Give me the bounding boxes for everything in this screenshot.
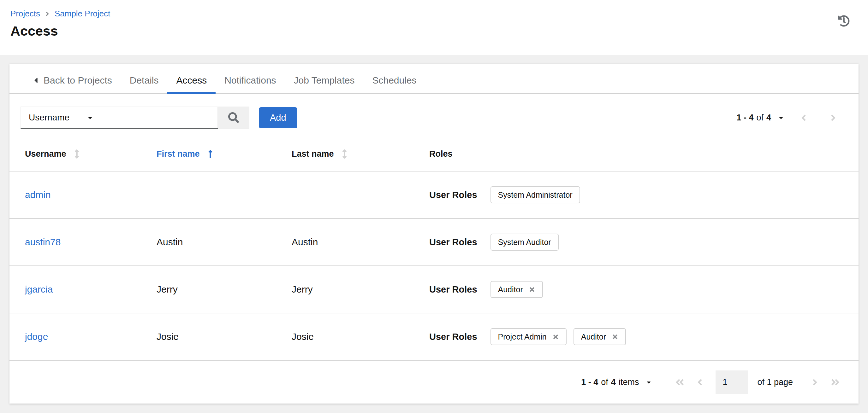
first-name-cell: Josie	[157, 331, 292, 342]
search-input[interactable]	[101, 107, 218, 129]
tab-back-to-projects[interactable]: Back to Projects	[24, 67, 121, 93]
user-roles-label: User Roles	[429, 332, 477, 342]
username-link[interactable]: jgarcia	[25, 284, 53, 295]
role-chip: Project Admin	[491, 328, 566, 345]
first-name-cell: Austin	[157, 237, 292, 247]
roles-cell: User Roles System Auditor	[429, 234, 843, 251]
column-label: First name	[157, 149, 200, 159]
column-label: Last name	[292, 149, 334, 159]
search-group: Username	[21, 107, 249, 129]
page-number-input[interactable]	[716, 371, 748, 394]
first-page-button[interactable]	[671, 374, 688, 390]
role-chip: System Auditor	[491, 234, 559, 251]
history-button[interactable]	[837, 14, 851, 28]
table-row: jdoge Josie Josie User Roles Project Adm…	[9, 313, 859, 361]
next-page-button[interactable]	[807, 374, 823, 390]
column-header-last-name[interactable]: Last name	[292, 149, 429, 159]
sort-icon	[74, 149, 79, 159]
user-roles-label: User Roles	[429, 284, 477, 295]
column-header-first-name[interactable]: First name	[157, 149, 292, 159]
column-header-username[interactable]: Username	[25, 149, 157, 159]
tab-bar: Back to Projects Details Access Notifica…	[9, 64, 859, 94]
close-icon	[529, 286, 535, 293]
breadcrumb-link-projects[interactable]: Projects	[10, 9, 40, 19]
tab-details[interactable]: Details	[121, 67, 167, 93]
page-header: Projects Sample Project Access	[0, 0, 868, 55]
username-link[interactable]: admin	[25, 190, 51, 200]
roles-cell: User Roles Project Admin Auditor	[429, 328, 843, 345]
pagination-range: 1 - 4	[736, 113, 753, 123]
search-button[interactable]	[218, 107, 249, 129]
breadcrumb-link-sample-project[interactable]: Sample Project	[55, 9, 110, 19]
pagination-of: of	[601, 377, 608, 387]
pagination-total: 4	[766, 113, 771, 123]
tab-back-label: Back to Projects	[43, 75, 112, 86]
pagination-top-nav	[794, 107, 843, 128]
close-icon	[552, 334, 559, 340]
tab-access[interactable]: Access	[167, 67, 216, 93]
pagination-total: 4	[611, 377, 616, 387]
role-chip-label: Project Admin	[498, 332, 547, 341]
pagination-of: of	[756, 113, 764, 123]
username-link[interactable]: austin78	[25, 237, 61, 247]
role-chip: System Administrator	[491, 186, 580, 203]
role-chip-label: System Administrator	[498, 191, 572, 200]
column-label: Roles	[429, 149, 453, 159]
last-name-cell: Josie	[292, 331, 429, 342]
first-name-cell: Jerry	[157, 284, 292, 295]
column-label: Username	[25, 149, 66, 159]
sort-icon	[342, 149, 347, 159]
pagination-items-word: items	[619, 377, 639, 387]
tab-schedules[interactable]: Schedules	[363, 67, 425, 93]
pagination-range: 1 - 4	[581, 377, 598, 387]
pagination-bottom: 1 - 4 of 4 items of 1 page	[9, 361, 859, 404]
table-row: austin78 Austin Austin User Roles System…	[9, 219, 859, 266]
role-chip-label: Auditor	[581, 332, 606, 341]
pagination-bottom-nav: of 1 page	[671, 371, 843, 394]
caret-down-icon	[778, 115, 784, 121]
chip-close-button[interactable]	[552, 334, 559, 340]
add-button[interactable]: Add	[259, 107, 297, 128]
page-content: Back to Projects Details Access Notifica…	[0, 55, 868, 404]
prev-page-button[interactable]	[794, 107, 814, 128]
caret-down-icon	[87, 115, 93, 121]
angle-right-icon	[831, 113, 836, 123]
pagination-bottom-summary[interactable]: 1 - 4 of 4 items	[581, 377, 652, 387]
angle-right-icon	[812, 377, 817, 387]
chip-close-button[interactable]	[612, 334, 618, 340]
role-chip-label: Auditor	[498, 285, 523, 294]
roles-cell: User Roles Auditor	[429, 281, 843, 298]
roles-cell: User Roles System Administrator	[429, 186, 843, 203]
angle-left-icon	[801, 113, 806, 123]
close-icon	[612, 334, 618, 340]
table-row: jgarcia Jerry Jerry User Roles Auditor	[9, 266, 859, 313]
filter-key-selected: Username	[29, 112, 69, 123]
role-chip: Auditor	[491, 281, 543, 298]
next-page-button[interactable]	[823, 107, 843, 128]
last-name-cell: Jerry	[292, 284, 429, 295]
filter-key-select[interactable]: Username	[21, 107, 101, 129]
access-panel: Back to Projects Details Access Notifica…	[9, 64, 859, 404]
angle-left-icon	[697, 377, 702, 387]
prev-page-button[interactable]	[691, 374, 708, 390]
toolbar: Username Add 1 - 4 of 4	[9, 94, 859, 129]
last-page-button[interactable]	[827, 374, 843, 390]
caret-down-icon	[646, 379, 652, 385]
chip-close-button[interactable]	[529, 286, 535, 293]
tab-notifications[interactable]: Notifications	[216, 67, 285, 93]
pagination-top-summary[interactable]: 1 - 4 of 4	[736, 113, 784, 123]
column-header-roles: Roles	[429, 149, 453, 159]
page-count-label: of 1 page	[757, 377, 793, 387]
table-row: admin User Roles System Administrator	[9, 172, 859, 219]
page-title: Access	[10, 23, 849, 39]
username-link[interactable]: jdoge	[25, 331, 48, 342]
sort-up-icon	[208, 149, 213, 159]
role-chip-label: System Auditor	[498, 238, 551, 247]
history-icon	[838, 15, 850, 27]
search-icon	[228, 112, 239, 123]
pagination-top: 1 - 4 of 4	[736, 107, 843, 128]
role-chip: Auditor	[574, 328, 626, 345]
tab-job-templates[interactable]: Job Templates	[285, 67, 364, 93]
last-name-cell: Austin	[292, 237, 429, 247]
angle-double-right-icon	[831, 377, 840, 387]
